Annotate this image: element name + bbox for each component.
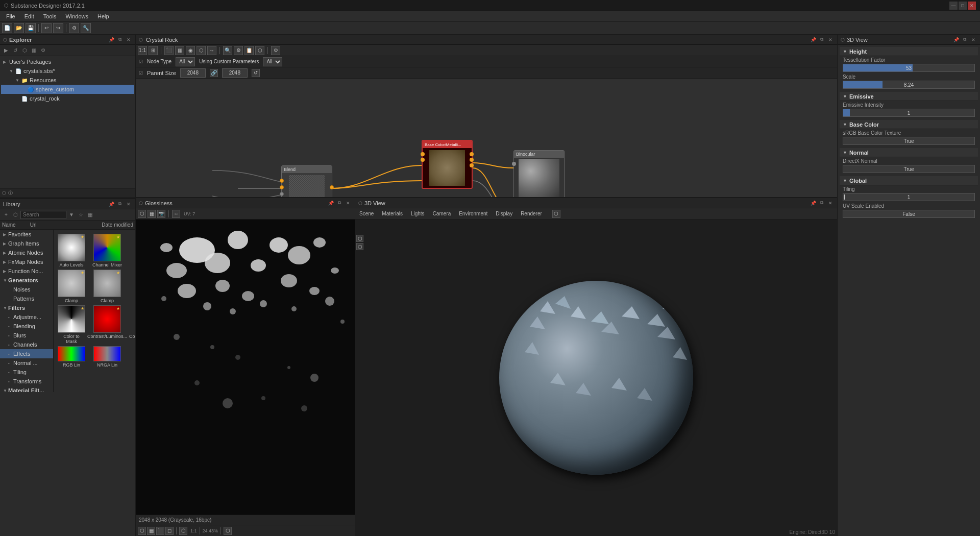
prop-section-height-header[interactable]: ▼ Height [840,47,978,56]
menu-tools[interactable]: Tools [39,11,61,21]
gloss-tool-2[interactable]: ▦ [148,210,156,218]
redo-button[interactable]: ↪ [53,23,63,33]
lib-favorites[interactable]: ▶ Favorites [0,230,53,239]
graph-tool-5[interactable]: ◉ [186,46,195,55]
graph-tool-6[interactable]: ⬡ [197,46,206,55]
lib-patterns[interactable]: Patterns [0,294,53,303]
thumb-rgba-lin[interactable]: NRGA Lin [87,346,127,368]
tess-slider[interactable]: 53 [843,64,975,72]
lib-tiling[interactable]: • Tiling [0,368,53,377]
lib-graph-items[interactable]: ▶ Graph Items [0,239,53,248]
new-button[interactable]: 📄 [2,23,12,33]
prop-section-basecolor-header[interactable]: ▼ Base Color [840,120,978,129]
blend-port-right[interactable] [330,185,334,189]
graph-tool-1[interactable]: 1:1 [138,46,147,55]
library-search-input[interactable] [20,211,66,219]
graph-float-button[interactable]: ⧉ [818,36,825,43]
base-color-port-right-2[interactable] [470,158,474,162]
explorer-refresh-button[interactable]: ↺ [11,46,19,55]
tool2-button[interactable]: 🔧 [81,23,91,33]
lib-blurs[interactable]: • Blurs [0,331,53,340]
explorer-search-button[interactable]: ⬡ [20,46,29,55]
lib-generators[interactable]: ▼ Generators [0,276,53,285]
menu-help[interactable]: Help [93,11,113,21]
library-close-button[interactable]: ✕ [125,201,132,208]
graph-close-button[interactable]: ✕ [827,36,834,43]
threed-side-btn-1[interactable]: ⬡ [356,235,363,242]
thumb-chromin[interactable]: ★ Chromin... [129,234,135,267]
graph-tool-10[interactable]: 📋 [244,46,254,55]
base-color-port-left-1[interactable] [421,152,425,156]
threed-close-button[interactable]: ✕ [827,200,834,207]
prop-section-emissive-header[interactable]: ▼ Emissive [840,92,978,101]
gloss-bottom-5[interactable]: ⬡ [179,527,187,535]
undo-button[interactable]: ↩ [41,23,52,33]
graph-tool-9[interactable]: ⚙ [234,46,243,55]
graph-tool-7[interactable]: ↔ [207,46,216,55]
lib-blending[interactable]: • Blending [0,322,53,331]
gloss-tool-3[interactable]: 📷 [157,210,165,218]
right-close-button[interactable]: ✕ [970,36,977,43]
node-type-select[interactable]: All [176,57,195,66]
explorer-close-button[interactable]: ✕ [125,36,132,43]
blend-port-left-1[interactable] [280,179,284,183]
graph-tool-11[interactable]: ⬡ [255,46,264,55]
glossiness-close-button[interactable]: ✕ [345,200,352,207]
thumb-auto-levels[interactable]: ★ Auto Levels [58,234,85,267]
right-float-button[interactable]: ⧉ [961,36,968,43]
emissive-slider[interactable]: 1 [843,109,975,117]
menu-edit[interactable]: Edit [20,11,38,21]
scale-slider[interactable]: 8.24 [843,81,975,89]
gloss-bottom-2[interactable]: ▦ [147,527,155,535]
right-pin-button[interactable]: 📌 [952,36,960,43]
tree-item-sphere-custom[interactable]: 🔵 sphere_custom [1,85,134,94]
explorer-add-button[interactable]: ▶ [2,46,10,55]
blend-port-left-2[interactable] [280,185,284,189]
tool1-button[interactable]: ⚙ [69,23,79,33]
glossiness-pin-button[interactable]: 📌 [327,200,334,207]
blend-port-left-3[interactable] [280,192,284,196]
menu-file[interactable]: File [2,11,19,21]
open-button[interactable]: 📂 [14,23,24,33]
library-float-button[interactable]: ⧉ [116,201,124,208]
library-star-button[interactable]: ☆ [77,211,85,219]
tree-item-crystal-rock[interactable]: 📄 crystal_rock [1,94,134,103]
library-filter-button[interactable]: ▼ [67,211,76,219]
gloss-bottom-6[interactable]: ⬡ [224,527,232,535]
thumb-color-match[interactable]: ★ Color Match [129,270,135,303]
graph-tool-8[interactable]: 🔍 [223,46,232,55]
lib-function-no[interactable]: ▶ Function No... [0,266,53,276]
thumb-rgb-lin[interactable]: RGB Lin [58,346,85,368]
binocular-node[interactable]: Binocular [513,150,565,197]
graph-tool-2[interactable]: ⊞ [149,46,158,55]
refresh-button[interactable]: ↺ [252,69,260,77]
base-color-port-left-2[interactable] [421,158,425,162]
threed-float-button[interactable]: ⧉ [818,200,825,207]
lib-filters[interactable]: ▼ Filters [0,303,53,312]
library-action-button[interactable]: ⬡ [11,211,19,219]
base-color-port-right-1[interactable] [470,152,474,156]
threed-menu-environment[interactable]: Environment [457,208,489,220]
threed-pin-button[interactable]: 📌 [810,200,817,207]
lib-effects[interactable]: • Effects [0,349,53,358]
binocular-port-left[interactable] [512,162,516,166]
tree-item-resources[interactable]: ▼ 📁 Resources [1,76,134,85]
tiling-slider[interactable]: 1 [843,193,975,201]
explorer-filter-button[interactable]: ▦ [30,46,38,55]
prop-section-normal-header[interactable]: ▼ Normal [840,148,978,157]
save-button[interactable]: 💾 [26,23,36,33]
thumb-channel-mixer[interactable]: ★ Channel Mixer [87,234,127,267]
parent-size-input[interactable] [180,68,206,78]
parent-size-input-2[interactable] [222,68,248,78]
thumb-clamp-2[interactable]: ★ Clamp [87,270,127,303]
lib-transforms[interactable]: • Transforms [0,377,53,386]
blend-node[interactable]: Blend [281,165,332,197]
graph-pin-button[interactable]: 📌 [810,36,817,43]
thumb-color-to-mask[interactable]: ★ Color to Mask [58,305,85,344]
graph-tool-4[interactable]: ▦ [175,46,184,55]
glossiness-float-button[interactable]: ⧉ [336,200,343,207]
glossiness-canvas[interactable] [136,220,355,515]
gloss-tool-4[interactable]: ↔ [172,210,180,218]
thumb-contrast-lum-2[interactable]: ★ Contrast/Luminos... [129,305,135,344]
lib-material-filt[interactable]: ▼ Material Filt... [0,386,53,392]
